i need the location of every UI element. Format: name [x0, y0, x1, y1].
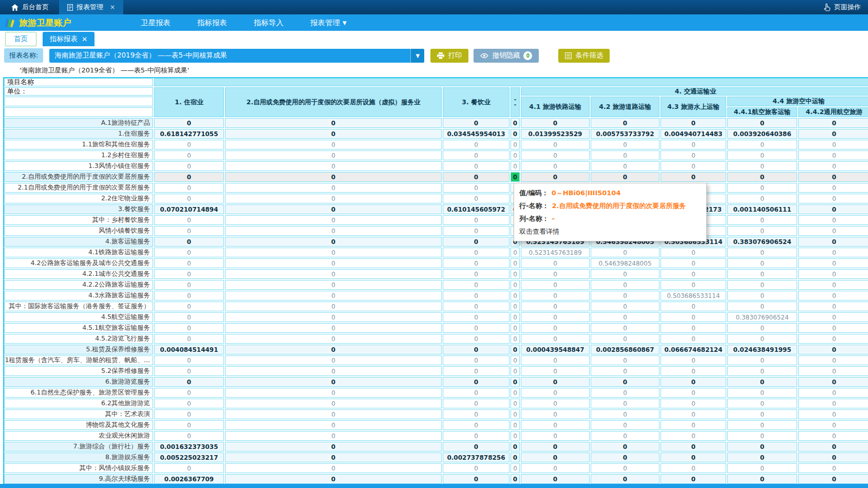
- data-cell[interactable]: 0: [443, 118, 510, 128]
- data-cell[interactable]: 0: [798, 280, 868, 290]
- data-cell[interactable]: 0: [443, 269, 510, 279]
- data-cell[interactable]: 0: [225, 226, 442, 236]
- data-cell[interactable]: 0: [661, 302, 726, 311]
- data-cell[interactable]: 0: [154, 399, 224, 408]
- data-cell[interactable]: 0.034545954013: [443, 129, 510, 139]
- data-cell[interactable]: 0: [798, 183, 868, 193]
- data-cell[interactable]: 0: [154, 118, 224, 128]
- data-cell[interactable]: 0: [154, 237, 224, 247]
- data-cell[interactable]: 0: [154, 366, 224, 376]
- data-cell[interactable]: 0: [443, 248, 510, 257]
- data-cell[interactable]: 0: [443, 215, 510, 225]
- data-cell[interactable]: 0: [591, 453, 659, 462]
- data-cell[interactable]: 0: [661, 409, 726, 419]
- data-cell[interactable]: 0: [225, 399, 442, 408]
- data-cell[interactable]: 0.523145763189: [521, 248, 590, 257]
- data-cell[interactable]: 0.004940714483: [661, 129, 726, 139]
- data-cell[interactable]: 0: [521, 420, 590, 430]
- data-cell[interactable]: 0: [511, 129, 520, 139]
- data-cell[interactable]: 0: [521, 302, 590, 311]
- data-cell[interactable]: 0: [521, 453, 590, 462]
- data-cell[interactable]: 0: [521, 334, 590, 344]
- close-icon[interactable]: ×: [110, 4, 115, 11]
- data-cell[interactable]: 0: [521, 399, 590, 408]
- data-cell[interactable]: 0: [154, 280, 224, 290]
- data-cell[interactable]: 0: [154, 302, 224, 311]
- page-operations-button[interactable]: 页面操作: [823, 3, 868, 12]
- data-cell[interactable]: 0: [798, 409, 868, 419]
- data-cell[interactable]: 0: [225, 215, 442, 225]
- data-cell[interactable]: 0: [661, 118, 726, 128]
- data-cell[interactable]: 0: [225, 172, 442, 182]
- data-cell[interactable]: 0: [591, 151, 659, 160]
- menu-item-indicator-report[interactable]: 指标报表: [184, 18, 240, 28]
- data-cell[interactable]: 0.002856860867: [591, 345, 659, 354]
- data-cell[interactable]: 0: [727, 183, 797, 193]
- data-cell[interactable]: 0: [591, 355, 659, 365]
- data-cell[interactable]: 0: [511, 323, 520, 333]
- data-cell[interactable]: 0: [661, 377, 726, 387]
- data-cell[interactable]: 0: [225, 291, 442, 301]
- data-cell[interactable]: 0: [798, 258, 868, 268]
- data-cell[interactable]: 0: [521, 151, 590, 160]
- data-cell[interactable]: 0: [591, 377, 659, 387]
- data-cell[interactable]: 0: [661, 312, 726, 322]
- data-cell[interactable]: 0: [798, 399, 868, 408]
- data-cell[interactable]: 0: [727, 248, 797, 257]
- data-cell[interactable]: 0: [591, 388, 659, 398]
- data-cell[interactable]: 0: [591, 474, 659, 484]
- data-cell[interactable]: 0: [443, 399, 510, 408]
- data-cell[interactable]: 0: [798, 463, 868, 473]
- data-cell[interactable]: 0: [727, 334, 797, 344]
- data-cell[interactable]: 0: [225, 355, 442, 365]
- data-cell[interactable]: 0: [661, 334, 726, 344]
- data-cell[interactable]: 0: [727, 161, 797, 171]
- data-cell[interactable]: 0: [661, 399, 726, 408]
- data-cell[interactable]: 0.066674682124: [661, 345, 726, 354]
- data-cell[interactable]: 0: [443, 431, 510, 441]
- data-cell[interactable]: 0: [154, 323, 224, 333]
- data-cell[interactable]: 0: [511, 269, 520, 279]
- data-cell[interactable]: 0: [591, 140, 659, 149]
- data-cell[interactable]: 0: [661, 463, 726, 473]
- data-cell[interactable]: 0: [225, 248, 442, 257]
- data-cell[interactable]: 0: [591, 302, 659, 311]
- data-cell[interactable]: 0: [521, 377, 590, 387]
- data-cell[interactable]: 0: [521, 366, 590, 376]
- data-cell[interactable]: 0: [591, 248, 659, 257]
- data-cell[interactable]: 0.383076906524: [727, 237, 797, 247]
- data-cell[interactable]: 0: [225, 431, 442, 441]
- data-cell[interactable]: 0: [798, 334, 868, 344]
- data-cell[interactable]: 0: [154, 312, 224, 322]
- data-cell[interactable]: 0: [511, 345, 520, 354]
- data-cell[interactable]: 0: [511, 302, 520, 311]
- data-cell[interactable]: 0: [798, 215, 868, 225]
- data-cell[interactable]: 0: [727, 258, 797, 268]
- data-cell[interactable]: 0: [661, 474, 726, 484]
- data-cell[interactable]: 0: [661, 323, 726, 333]
- data-cell[interactable]: 0: [798, 366, 868, 376]
- data-cell[interactable]: 0: [443, 388, 510, 398]
- data-cell[interactable]: 0: [591, 118, 659, 128]
- data-cell[interactable]: 0: [521, 463, 590, 473]
- data-cell[interactable]: 0: [511, 248, 520, 257]
- data-cell[interactable]: 0: [511, 388, 520, 398]
- data-cell[interactable]: 0: [521, 118, 590, 128]
- data-cell[interactable]: 0: [225, 474, 442, 484]
- data-cell[interactable]: 0: [154, 215, 224, 225]
- data-cell[interactable]: 0: [727, 463, 797, 473]
- data-cell[interactable]: 0: [727, 409, 797, 419]
- data-cell[interactable]: 0: [661, 355, 726, 365]
- data-cell[interactable]: 0: [521, 355, 590, 365]
- data-cell[interactable]: 0: [511, 366, 520, 376]
- data-cell[interactable]: 0: [521, 140, 590, 149]
- data-cell[interactable]: 0: [225, 258, 442, 268]
- data-cell[interactable]: 0.618142771055: [154, 129, 224, 139]
- data-cell[interactable]: 0: [154, 269, 224, 279]
- data-cell[interactable]: 0: [443, 140, 510, 149]
- data-cell[interactable]: 0: [798, 248, 868, 257]
- data-cell[interactable]: 0.383076906524: [727, 312, 797, 322]
- data-cell[interactable]: 0: [443, 172, 510, 182]
- data-cell[interactable]: 0: [154, 183, 224, 193]
- data-cell[interactable]: 0: [511, 334, 520, 344]
